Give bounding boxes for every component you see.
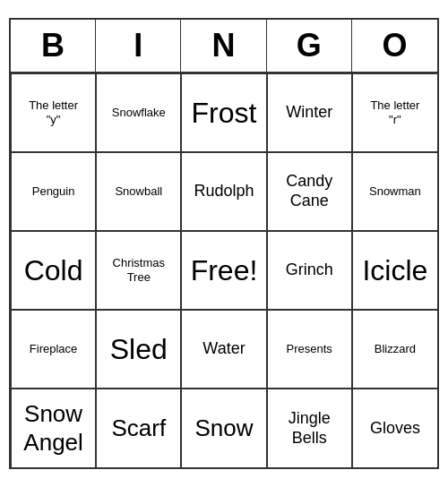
cell-text: Sled	[110, 332, 168, 366]
bingo-cell: Christmas Tree	[96, 231, 181, 310]
header-letter: B	[11, 20, 96, 72]
bingo-cell: Jingle Bells	[267, 389, 352, 467]
cell-text: Free!	[191, 253, 258, 287]
cell-text: Icicle	[362, 253, 427, 287]
bingo-cell: Scarf	[96, 389, 181, 467]
cell-text: Penguin	[32, 184, 75, 199]
bingo-cell: Frost	[181, 73, 266, 152]
cell-text: The letter "y"	[29, 98, 78, 126]
bingo-cell: Grinch	[267, 231, 352, 310]
cell-text: Jingle Bells	[289, 409, 331, 448]
bingo-cell: Cold	[11, 231, 96, 310]
cell-text: Snowball	[115, 184, 162, 199]
bingo-cell: Snow	[181, 389, 266, 467]
bingo-cell: Icicle	[352, 231, 437, 310]
cell-text: Snow	[194, 414, 253, 442]
bingo-header: BINGO	[11, 20, 437, 73]
bingo-cell: Water	[181, 310, 266, 389]
header-letter: I	[96, 20, 181, 72]
bingo-cell: Gloves	[352, 389, 437, 467]
cell-text: Blizzard	[375, 342, 416, 356]
cell-text: Candy Cane	[286, 172, 332, 210]
cell-text: Presents	[287, 342, 332, 356]
bingo-cell: Snowman	[352, 152, 437, 231]
cell-text: Scarf	[111, 414, 166, 442]
cell-text: Snow Angel	[23, 400, 83, 456]
cell-text: Frost	[192, 96, 257, 130]
cell-text: Snowman	[369, 184, 421, 199]
bingo-card: BINGO The letter "y"SnowflakeFrostWinter…	[9, 18, 439, 469]
bingo-cell: Penguin	[11, 152, 96, 231]
bingo-cell: Candy Cane	[267, 152, 352, 231]
cell-text: Gloves	[370, 419, 420, 439]
bingo-cell: The letter "y"	[11, 73, 96, 152]
bingo-cell: Fireplace	[11, 310, 96, 389]
cell-text: Snowflake	[112, 106, 166, 120]
bingo-cell: Free!	[181, 231, 266, 310]
bingo-cell: Snow Angel	[11, 389, 96, 467]
bingo-cell: Snowflake	[96, 73, 181, 152]
cell-text: Cold	[24, 253, 83, 287]
bingo-cell: Snowball	[96, 152, 181, 231]
cell-text: Fireplace	[30, 342, 77, 356]
bingo-cell: Sled	[96, 310, 181, 389]
cell-text: Winter	[286, 103, 332, 123]
header-letter: G	[267, 20, 352, 72]
bingo-cell: Winter	[267, 73, 352, 152]
bingo-cell: Rudolph	[181, 152, 266, 231]
cell-text: Grinch	[286, 261, 333, 280]
header-letter: O	[352, 20, 437, 72]
cell-text: Rudolph	[194, 182, 254, 201]
header-letter: N	[181, 20, 266, 72]
bingo-cell: Presents	[267, 310, 352, 389]
bingo-cell: Blizzard	[352, 310, 437, 389]
cell-text: Water	[202, 339, 245, 359]
bingo-cell: The letter "r"	[352, 73, 437, 152]
bingo-grid: The letter "y"SnowflakeFrostWinterThe le…	[11, 73, 437, 467]
cell-text: Christmas Tree	[113, 256, 166, 284]
cell-text: The letter "r"	[370, 98, 419, 126]
